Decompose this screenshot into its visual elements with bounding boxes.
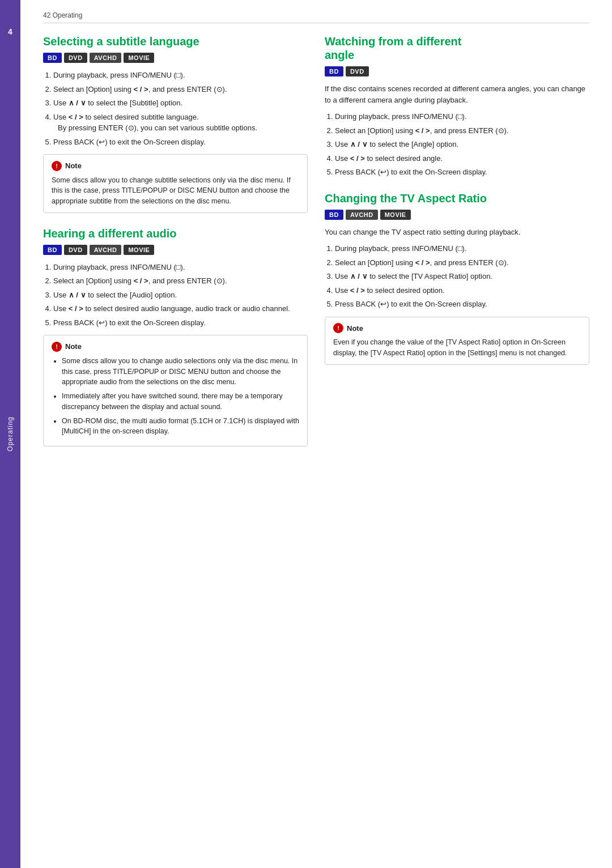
section-aspect-ratio: Changing the TV Aspect Ratio BD AVCHD MO… [325,192,589,365]
badge-bd-4: BD [325,210,343,220]
audio-note-bullets: Some discs allow you to change audio sel… [52,356,299,437]
badge-dvd-2: DVD [64,245,87,255]
badge-dvd-1: DVD [64,53,87,63]
badge-avchd-4: AVCHD [346,210,378,220]
audio-note-header: ! Note [52,341,299,352]
angle-step-3: Use ∧ / ∨ to select the [Angle] option. [335,139,589,150]
aspect-note-icon: ! [333,323,343,333]
subtitle-step-2: Select an [Option] using < / >, and pres… [53,84,308,95]
subtitle-note: ! Note Some discs allow you to change su… [43,154,308,213]
angle-badges: BD DVD [325,66,589,76]
badge-dvd-3: DVD [346,66,369,76]
angle-step-1: During playback, press INFO/MENU (□). [335,111,589,122]
aspect-step-5: Press BACK (↩) to exit the On-Screen dis… [335,299,589,310]
section-subtitle-title: Selecting a subtitle language [43,35,308,48]
audio-note-icon: ! [52,342,62,352]
page-header: 42 Operating [43,11,589,23]
subtitle-step-1: During playback, press INFO/MENU (□). [53,70,308,81]
angle-step-2: Select an [Option] using < / >, and pres… [335,125,589,137]
audio-note-bullet-2: Immediately after you have switched soun… [62,391,299,412]
section-angle-title: Watching from a different angle [325,35,589,62]
main-content: 42 Operating Selecting a subtitle langua… [20,0,612,868]
subtitle-badges: BD DVD AVCHD MOVIE [43,53,308,63]
subtitle-step-5: Press BACK (↩) to exit the On-Screen dis… [53,137,308,148]
side-tab-label: Operating [6,416,14,452]
audio-step-1: During playback, press INFO/MENU (□). [53,262,308,273]
audio-step-2: Select an [Option] using < / >, and pres… [53,275,308,287]
badge-bd-1: BD [43,53,62,63]
angle-step-5: Press BACK (↩) to exit the On-Screen dis… [335,167,589,178]
aspect-step-4: Use < / > to select desired option. [335,285,589,296]
aspect-steps: During playback, press INFO/MENU (□). Se… [325,243,589,310]
left-column: Selecting a subtitle language BD DVD AVC… [43,35,308,446]
subtitle-note-text: Some discs allow you to change subtitle … [52,175,299,207]
badge-movie-1: MOVIE [124,53,154,63]
subtitle-step-4: Use < / > to select desired subtitle lan… [53,112,308,134]
subtitle-note-icon: ! [52,161,62,171]
audio-step-4: Use < / > to select desired audio langua… [53,303,308,314]
badge-movie-4: MOVIE [380,210,411,220]
audio-note: ! Note Some discs allow you to change au… [43,335,308,446]
section-angle: Watching from a different angle BD DVD I… [325,35,589,178]
badge-movie-2: MOVIE [124,245,154,255]
section-aspect-title: Changing the TV Aspect Ratio [325,192,589,205]
aspect-note: ! Note Even if you change the value of t… [325,317,589,365]
aspect-step-1: During playback, press INFO/MENU (□). [335,243,589,254]
subtitle-note-header: ! Note [52,160,299,172]
subtitle-note-label: Note [65,160,82,172]
section-audio-title: Hearing a different audio [43,227,308,240]
angle-title-line2: angle [325,49,354,61]
angle-steps: During playback, press INFO/MENU (□). Se… [325,111,589,178]
aspect-step-3: Use ∧ / ∨ to select the [TV Aspect Ratio… [335,271,589,282]
audio-note-bullet-1: Some discs allow you to change audio sel… [62,356,299,388]
subtitle-step-4-sub: By pressing ENTER (⊙), you can set vario… [58,122,308,134]
columns: Selecting a subtitle language BD DVD AVC… [43,35,589,446]
angle-title-line1: Watching from a different [325,35,461,48]
badge-avchd-2: AVCHD [90,245,122,255]
aspect-intro: You can change the TV aspect ratio setti… [325,227,589,238]
angle-step-4: Use < / > to select desired angle. [335,153,589,164]
badge-bd-2: BD [43,245,62,255]
side-tab-number: 4 [8,27,12,36]
badge-bd-3: BD [325,66,343,76]
page-container: 4 Operating 42 Operating Selecting a sub… [0,0,612,868]
aspect-step-2: Select an [Option] using < / >, and pres… [335,257,589,269]
angle-intro: If the disc contains scenes recorded at … [325,83,589,105]
aspect-note-header: ! Note [333,323,581,334]
badge-avchd-1: AVCHD [90,53,122,63]
audio-note-label: Note [65,341,82,352]
aspect-badges: BD AVCHD MOVIE [325,210,589,220]
subtitle-step-3: Use ∧ / ∨ to select the [Subtitle] optio… [53,97,308,109]
audio-step-5: Press BACK (↩) to exit the On-Screen dis… [53,317,308,329]
section-subtitle-language: Selecting a subtitle language BD DVD AVC… [43,35,308,213]
audio-step-3: Use ∧ / ∨ to select the [Audio] option. [53,290,308,301]
side-tab: 4 Operating [0,0,20,868]
subtitle-steps: During playback, press INFO/MENU (□). Se… [43,70,308,147]
aspect-note-text: Even if you change the value of the [TV … [333,337,581,359]
section-audio: Hearing a different audio BD DVD AVCHD M… [43,227,308,446]
audio-note-bullet-3: On BD-ROM disc, the multi audio format (… [62,416,299,437]
right-column: Watching from a different angle BD DVD I… [325,35,589,446]
aspect-note-label: Note [347,323,363,334]
audio-badges: BD DVD AVCHD MOVIE [43,245,308,255]
audio-steps: During playback, press INFO/MENU (□). Se… [43,262,308,329]
